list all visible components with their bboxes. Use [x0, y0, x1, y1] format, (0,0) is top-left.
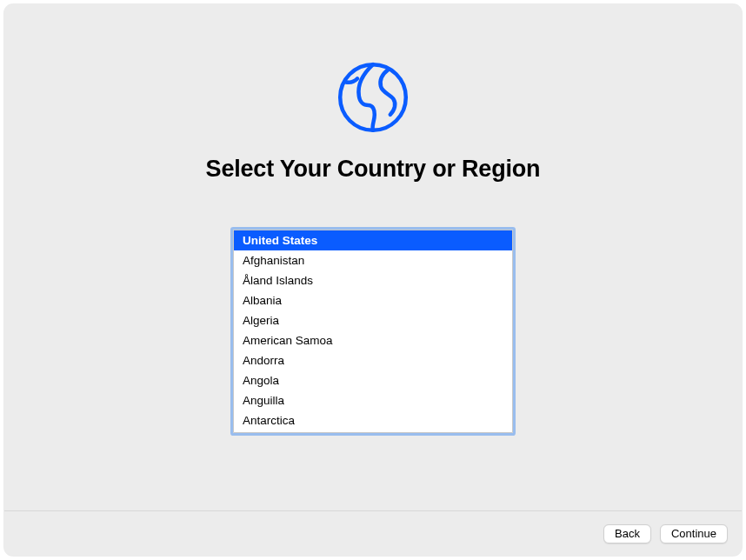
page-title: Select Your Country or Region	[206, 156, 541, 183]
back-button[interactable]: Back	[603, 524, 651, 543]
country-listbox[interactable]: United StatesAfghanistanÅland IslandsAlb…	[233, 230, 513, 433]
country-option[interactable]: American Samoa	[234, 330, 512, 350]
setup-window: Select Your Country or Region United Sta…	[4, 4, 742, 556]
footer-bar: Back Continue	[4, 510, 742, 556]
continue-button[interactable]: Continue	[660, 524, 728, 543]
country-option[interactable]: Algeria	[234, 310, 512, 330]
country-option[interactable]: Albania	[234, 290, 512, 310]
country-option[interactable]: Angola	[234, 370, 512, 390]
globe-icon	[334, 58, 412, 137]
country-option[interactable]: Andorra	[234, 350, 512, 370]
country-option[interactable]: Anguilla	[234, 390, 512, 410]
country-option[interactable]: Antarctica	[234, 410, 512, 430]
country-option[interactable]: Antigua & Barbuda	[234, 430, 512, 433]
country-option[interactable]: Åland Islands	[234, 270, 512, 290]
country-option[interactable]: United States	[234, 230, 512, 250]
country-option[interactable]: Afghanistan	[234, 250, 512, 270]
